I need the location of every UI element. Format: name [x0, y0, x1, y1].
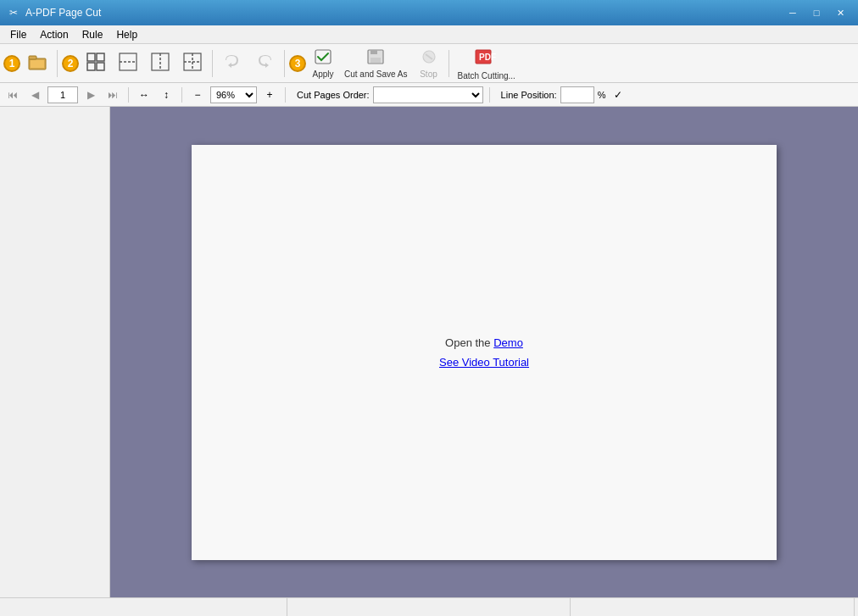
sep5	[128, 87, 129, 103]
svg-rect-5	[87, 63, 95, 70]
sep6	[181, 87, 182, 103]
step3-badge: 3	[289, 55, 306, 72]
menu-help[interactable]: Help	[109, 27, 144, 42]
line-position-label: Line Position:	[501, 90, 557, 100]
cut-horizontal-button[interactable]	[113, 47, 143, 80]
last-page-button[interactable]: ⏭	[103, 86, 122, 104]
svg-rect-1	[29, 56, 36, 59]
menu-bar: File Action Rule Help	[0, 25, 858, 44]
svg-rect-6	[97, 63, 104, 70]
main-area: Open the Demo See Video Tutorial	[0, 107, 858, 597]
undo-button[interactable]	[217, 47, 248, 80]
cut-both-icon	[182, 52, 203, 75]
sep1	[57, 50, 58, 77]
apply-button[interactable]: Apply	[308, 47, 338, 80]
sep7	[285, 87, 286, 103]
line-pos-confirm-button[interactable]: ✓	[609, 86, 627, 104]
svg-rect-16	[370, 50, 377, 54]
open-button[interactable]	[22, 47, 53, 80]
step2-badge: 2	[62, 55, 79, 72]
status-bar	[0, 597, 858, 616]
cut-pages-order-select[interactable]	[373, 86, 483, 103]
sep3	[284, 50, 285, 77]
main-toolbar: 1 2	[0, 44, 858, 83]
thumbnail-panel	[0, 107, 110, 597]
page-content: Open the Demo	[445, 336, 523, 349]
cut-save-button[interactable]: Cut and Save As	[340, 47, 412, 80]
title-left: ✂ A-PDF Page Cut	[7, 6, 101, 19]
status-seg2	[287, 598, 571, 616]
first-page-button[interactable]: ⏮	[3, 86, 22, 104]
page-number-input[interactable]: 1	[47, 86, 78, 103]
close-button[interactable]: ✕	[829, 4, 851, 21]
zoom-minus-button[interactable]: −	[188, 86, 207, 104]
redo-button[interactable]	[249, 47, 280, 80]
menu-action[interactable]: Action	[33, 27, 75, 42]
cut-vertical-button[interactable]	[145, 47, 176, 80]
title-bar: ✂ A-PDF Page Cut ─ □ ✕	[0, 0, 858, 25]
open-text: Open the	[445, 336, 493, 349]
cut-save-label: Cut and Save As	[344, 69, 408, 79]
step1-badge: 1	[3, 55, 20, 72]
menu-file[interactable]: File	[3, 27, 33, 42]
stop-button[interactable]: Stop	[414, 47, 444, 80]
grid-icon	[86, 52, 106, 75]
pdf-page: Open the Demo See Video Tutorial	[192, 145, 777, 560]
demo-link[interactable]: Demo	[493, 336, 523, 349]
cut-save-icon	[366, 48, 385, 68]
stop-icon	[420, 48, 438, 68]
apply-icon	[314, 48, 332, 68]
stop-label: Stop	[420, 69, 437, 79]
fit-height-button[interactable]: ↕	[157, 86, 176, 104]
cut-both-button[interactable]	[177, 47, 208, 80]
prev-page-button[interactable]: ◀	[25, 86, 44, 104]
percent-label: %	[598, 90, 606, 100]
cut-horizontal-icon	[118, 52, 138, 75]
svg-text:PDF: PDF	[479, 53, 496, 62]
grid-button[interactable]	[81, 47, 111, 80]
cut-pages-order-label: Cut Pages Order:	[297, 90, 370, 100]
next-page-button[interactable]: ▶	[81, 86, 100, 104]
sep2	[212, 50, 213, 77]
batch-button[interactable]: PDF Batch Cutting...	[454, 47, 520, 80]
batch-icon: PDF	[475, 47, 499, 69]
menu-rule[interactable]: Rule	[75, 27, 110, 42]
svg-rect-2	[31, 60, 44, 68]
status-seg1	[3, 598, 287, 616]
canvas-area: Open the Demo See Video Tutorial	[110, 107, 858, 597]
open-icon	[27, 53, 47, 73]
sep4	[448, 50, 449, 77]
video-tutorial-link[interactable]: See Video Tutorial	[439, 356, 529, 369]
cut-vertical-icon	[150, 52, 170, 75]
zoom-plus-button[interactable]: +	[260, 86, 279, 104]
status-seg3	[571, 598, 855, 616]
svg-rect-17	[370, 58, 381, 63]
line-position-input[interactable]	[560, 86, 594, 103]
secondary-toolbar: ⏮ ◀ 1 ▶ ⏭ ↔ ↕ − 96% 75% 100% 125% 150% +…	[0, 83, 858, 107]
svg-rect-3	[87, 53, 95, 61]
app-icon: ✂	[7, 6, 20, 19]
sep8	[489, 87, 490, 103]
minimize-button[interactable]: ─	[782, 4, 804, 21]
redo-icon	[255, 53, 274, 73]
fit-width-button[interactable]: ↔	[135, 86, 153, 104]
svg-rect-4	[97, 53, 104, 61]
window-title: A-PDF Page Cut	[25, 7, 101, 19]
apply-label: Apply	[312, 69, 333, 79]
title-controls: ─ □ ✕	[782, 4, 851, 21]
zoom-select[interactable]: 96% 75% 100% 125% 150%	[210, 86, 257, 103]
undo-icon	[223, 53, 242, 73]
maximize-button[interactable]: □	[805, 4, 827, 21]
batch-label: Batch Cutting...	[458, 71, 515, 80]
